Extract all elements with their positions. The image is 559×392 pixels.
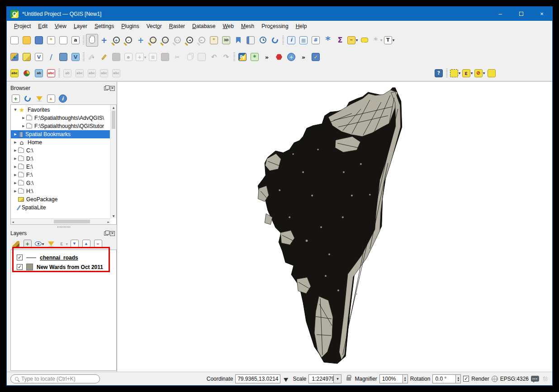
- resize-grip[interactable]: [543, 377, 548, 381]
- open-layer-styling-button[interactable]: [10, 238, 21, 249]
- browser-properties-button[interactable]: i: [57, 93, 68, 104]
- rotate-label-button[interactable]: abc: [98, 67, 110, 80]
- menu-raster[interactable]: Raster: [166, 22, 189, 31]
- scroll-left-icon[interactable]: ◄: [12, 220, 14, 223]
- open-data-source-manager-button[interactable]: +: [9, 51, 21, 63]
- show-hide-labels-button[interactable]: abc: [74, 67, 86, 80]
- zoom-next-button[interactable]: ►: [196, 34, 208, 47]
- move-label-button[interactable]: abc: [86, 67, 98, 80]
- chevron-down-icon[interactable]: ▼: [334, 374, 341, 383]
- expander-icon[interactable]: ▶: [13, 141, 18, 144]
- manage-map-themes-button[interactable]: ▼: [34, 238, 45, 249]
- save-project-button[interactable]: [33, 34, 45, 47]
- menu-plugins[interactable]: Plugins: [118, 22, 142, 31]
- float-panel-icon[interactable]: [104, 231, 108, 236]
- new-spatial-bookmark-button[interactable]: [232, 34, 245, 47]
- new-3d-map-view-button[interactable]: 3D: [220, 34, 232, 47]
- shape-digitizing-button[interactable]: [273, 51, 285, 63]
- menu-help[interactable]: Help: [292, 22, 311, 31]
- browser-horizontal-scrollbar[interactable]: ◄ ►: [11, 218, 110, 224]
- copy-features-button[interactable]: [184, 51, 196, 63]
- toolbar-grip[interactable]: [82, 34, 86, 47]
- zoom-to-layer-button[interactable]: ▭: [159, 34, 171, 47]
- minimize-button[interactable]: –: [490, 7, 511, 21]
- zoom-out-button[interactable]: -: [123, 34, 135, 47]
- spinner-arrows-icon[interactable]: ▲▼: [456, 374, 461, 383]
- refresh-map-button[interactable]: [269, 34, 281, 47]
- toolbar-grip[interactable]: [445, 67, 449, 80]
- toolbar-overflow-button[interactable]: »: [298, 51, 310, 63]
- filter-legend-button[interactable]: [46, 238, 57, 249]
- zoom-last-button[interactable]: ◄: [184, 34, 196, 47]
- cut-features-button[interactable]: ✂: [171, 51, 184, 63]
- delete-selected-button[interactable]: [159, 51, 171, 63]
- open-project-button[interactable]: [21, 34, 33, 47]
- layer-diagram-options-button[interactable]: [21, 67, 33, 80]
- modify-attributes-button[interactable]: ≡: [147, 51, 159, 63]
- expander-icon[interactable]: ▶: [21, 124, 26, 128]
- menu-processing[interactable]: Processing: [258, 22, 292, 31]
- expander-icon[interactable]: ▼: [13, 108, 18, 112]
- zoom-full-button[interactable]: +: [135, 34, 147, 47]
- toggle-editing-button[interactable]: [98, 51, 110, 63]
- zoom-in-button[interactable]: +: [110, 34, 123, 47]
- new-project-button[interactable]: [9, 34, 21, 47]
- menu-edit[interactable]: Edit: [34, 22, 51, 31]
- browser-item-drive-f[interactable]: ▶ F:\: [11, 171, 110, 179]
- new-shapefile-layer-button[interactable]: V: [33, 51, 45, 63]
- show-spatial-bookmarks-button[interactable]: [245, 34, 257, 47]
- map-tips-button[interactable]: [359, 34, 371, 47]
- lock-scale-icon[interactable]: [346, 377, 351, 381]
- render-checkbox[interactable]: ✓: [463, 376, 469, 382]
- browser-item-home[interactable]: ▶ Home: [11, 138, 110, 146]
- paste-features-button[interactable]: [196, 51, 208, 63]
- close-button[interactable]: ×: [531, 7, 552, 21]
- new-spatialite-layer-button[interactable]: /: [45, 51, 57, 63]
- zoom-native-resolution-button[interactable]: 1:1: [171, 34, 184, 47]
- browser-item-drive-d[interactable]: ▶ D:\: [11, 155, 110, 163]
- crs-status[interactable]: EPSG:4326: [500, 376, 529, 382]
- map-canvas[interactable]: [117, 82, 552, 372]
- new-print-layout-button[interactable]: *: [45, 34, 57, 47]
- highlight-pinned-labels-button[interactable]: abc: [45, 67, 57, 80]
- extent-toggle-icon[interactable]: [284, 376, 290, 382]
- menu-project[interactable]: Project: [10, 22, 34, 31]
- browser-item-drive-h[interactable]: ▶ H:\: [11, 187, 110, 195]
- metasearch-button[interactable]: +: [285, 51, 298, 63]
- processing-toolbox-button[interactable]: *: [322, 34, 334, 47]
- toolbar-grip[interactable]: [57, 67, 62, 80]
- magnifier-spinbox[interactable]: 100% ▲▼: [379, 374, 408, 383]
- layer-labeling-options-button[interactable]: abc: [9, 67, 21, 80]
- maximize-button[interactable]: [511, 7, 531, 21]
- pan-map-to-selection-button[interactable]: +: [98, 34, 110, 47]
- close-panel-icon[interactable]: ✕: [110, 86, 115, 91]
- toolbar-grip[interactable]: [82, 51, 86, 63]
- panel-splitter[interactable]: [10, 225, 117, 229]
- identify-features-button[interactable]: i: [285, 34, 298, 47]
- browser-item-spatial-bookmarks[interactable]: ▶ Spatial Bookmarks: [11, 130, 110, 138]
- browser-item-spatialite[interactable]: SpatiaLite: [11, 203, 110, 212]
- temporal-controller-button[interactable]: [257, 34, 269, 47]
- pan-map-button[interactable]: [86, 34, 98, 47]
- browser-add-selected-layers-button[interactable]: +: [10, 93, 21, 104]
- expander-icon[interactable]: ▶: [13, 165, 18, 169]
- expander-icon[interactable]: ▶: [13, 157, 18, 161]
- current-edits-button[interactable]: ▼: [86, 51, 98, 63]
- expand-all-layers-button[interactable]: ▼: [69, 238, 80, 249]
- help-contents-button[interactable]: ?: [433, 67, 445, 80]
- pin-unpin-labels-button[interactable]: ab: [33, 67, 45, 80]
- browser-collapse-all-button[interactable]: ▲: [46, 93, 57, 104]
- expander-icon[interactable]: ▶: [21, 116, 26, 120]
- select-by-expression-button[interactable]: ε▼: [461, 67, 474, 80]
- browser-item-favorites[interactable]: ▼ Favorites: [11, 106, 110, 114]
- rotation-spinbox[interactable]: 0.0 ° ▲▼: [432, 374, 461, 383]
- scrollbar-thumb[interactable]: [54, 220, 90, 223]
- new-virtual-layer-button[interactable]: V: [70, 51, 82, 63]
- layer-visibility-checkbox[interactable]: ✓: [17, 255, 23, 260]
- layer-visibility-checkbox[interactable]: ✓: [17, 264, 23, 270]
- run-feature-action-button[interactable]: *▼: [371, 34, 383, 47]
- close-panel-icon[interactable]: ✕: [110, 231, 115, 236]
- redo-button[interactable]: ↷: [220, 51, 232, 63]
- deselect-all-button[interactable]: ⊘▼: [474, 67, 486, 80]
- change-label-button[interactable]: abc: [110, 67, 123, 80]
